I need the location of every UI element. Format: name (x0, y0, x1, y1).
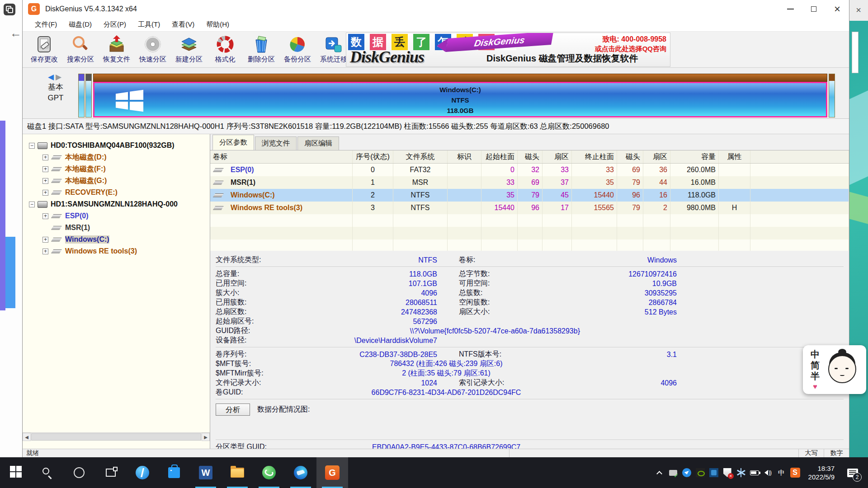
prev-disk-arrow[interactable]: ◀ (48, 73, 56, 81)
column-header-4[interactable]: 起始柱面 (481, 150, 518, 163)
expand-icon[interactable]: + (42, 190, 48, 196)
menu-item-0[interactable]: 文件(F) (29, 19, 63, 31)
partition-block-msr[interactable] (85, 74, 92, 117)
scroll-left-arrow[interactable]: ◀ (23, 433, 31, 441)
expand-icon[interactable]: + (42, 249, 48, 254)
tree-item-msr-1-[interactable]: MSR(1) (23, 222, 210, 234)
tab-1[interactable]: 浏览文件 (255, 136, 297, 150)
menu-item-3[interactable]: 工具(T) (132, 19, 166, 31)
table-row-windows-c-[interactable]: Windows(C:)2NTFS357945154409616118.0GB (210, 189, 849, 202)
column-header-0[interactable]: 卷标 (210, 150, 353, 163)
toolbar-button-newpart[interactable]: 新建分区 (171, 32, 207, 67)
tray-ime-zh-icon[interactable]: 中 (775, 464, 788, 482)
column-header-10[interactable]: 容量 (670, 150, 719, 163)
toolbar-button-delete[interactable]: 删除分区 (243, 32, 279, 67)
column-header-6[interactable]: 扇区 (542, 150, 572, 163)
tray-battery-icon[interactable] (748, 464, 761, 482)
tray-snowflake-icon[interactable] (734, 464, 748, 482)
taskbar-button-app-green[interactable] (253, 457, 285, 488)
taskbar-button-edge[interactable] (285, 457, 316, 488)
tree-item-recovery-e-[interactable]: +RECOVERY(E:) (23, 187, 210, 198)
ad-banner[interactable]: 数据丢了怎么办! DiskGenius 致电: 400-008-9958 或点击… (346, 33, 670, 67)
column-header-11[interactable]: 属性 (719, 150, 750, 163)
expand-icon[interactable]: + (42, 178, 48, 184)
back-arrow-icon[interactable]: ← (10, 26, 22, 40)
expand-icon[interactable]: + (42, 166, 48, 172)
tray-sogou-icon[interactable]: S (788, 464, 802, 482)
table-row-esp-0-[interactable]: ESP(0)0FAT3203233336936260.0MB (210, 164, 849, 176)
toolbar-button-backup[interactable]: 备份分区 (279, 32, 316, 67)
toolbar-button-search[interactable]: 搜索分区 (62, 32, 99, 67)
background-close-icon[interactable]: × (849, 0, 868, 21)
column-header-5[interactable]: 磁头 (518, 150, 542, 163)
toolbar-button-format[interactable]: 格式化 (207, 32, 243, 67)
tray-messenger-icon[interactable] (680, 464, 693, 482)
taskbar-button-app-blue[interactable] (127, 457, 158, 488)
menu-item-2[interactable]: 分区(P) (98, 19, 132, 31)
background-scrollbar[interactable] (852, 32, 859, 73)
tree-item-hd0-toshibamq04abf100-932gb-[interactable]: −HD0:TOSHIBAMQ04ABF100(932GB) (23, 140, 210, 151)
taskbar-clock[interactable]: 18:37 2022/5/9 (804, 464, 839, 481)
taskbar-button-store[interactable] (158, 457, 190, 488)
column-header-2[interactable]: 文件系统 (393, 150, 448, 163)
tree-item-windows-re-tools-3-[interactable]: +Windows RE tools(3) (23, 245, 210, 257)
table-row-msr-1-[interactable]: MSR(1)1MSR33693735794416.0MB (210, 176, 849, 189)
tree-item--d-[interactable]: +本地磁盘(D:) (23, 151, 210, 163)
taskbar-button-task-view[interactable] (95, 457, 127, 488)
column-header-9[interactable]: 扇区 (643, 150, 670, 163)
next-disk-arrow[interactable]: ▶ (56, 73, 63, 81)
collapse-icon[interactable]: − (29, 143, 35, 149)
tree-item-esp-0-[interactable]: +ESP(0) (23, 210, 210, 222)
close-button[interactable]: × (826, 0, 849, 18)
tray-intel-graphics-icon[interactable] (707, 464, 721, 482)
action-center-button[interactable]: 2 (841, 457, 864, 488)
expand-icon[interactable]: + (42, 155, 48, 160)
table-row-windows-re-tools-3-[interactable]: Windows RE tools(3)3NTFS1544096171556579… (210, 202, 849, 214)
partition-block-esp[interactable] (78, 74, 85, 117)
tree-horizontal-scrollbar[interactable]: ◀ ▶ (23, 432, 210, 441)
analyze-button[interactable]: 分析 (216, 404, 250, 416)
maximize-button[interactable] (802, 0, 826, 18)
tray-printer-status-icon[interactable]: ✓ (666, 464, 680, 482)
tree-item-windows-c-[interactable]: +Windows(C:) (23, 234, 210, 245)
column-header-8[interactable]: 磁头 (617, 150, 643, 163)
tree-item-hd1-samsungmznln128hahq-000[interactable]: −HD1:SAMSUNGMZNLN128HAHQ-000 (23, 198, 210, 210)
ime-status-chars[interactable]: 中简半♥ (806, 349, 825, 390)
toolbar-button-quick[interactable]: 快速分区 (135, 32, 171, 67)
partition-block-windows-c[interactable]: Windows(C:) NTFS 118.0GB (93, 74, 827, 117)
ime-mode-char[interactable]: 中 (811, 349, 820, 360)
ime-widget[interactable]: 中简半♥ (803, 345, 866, 394)
ime-mode-char[interactable]: 简 (811, 360, 820, 371)
expand-icon[interactable]: + (42, 213, 48, 219)
collapse-icon[interactable]: − (29, 202, 35, 207)
tree-item--f-[interactable]: +本地磁盘(F:) (23, 163, 210, 175)
taskbar-button-start[interactable] (0, 457, 32, 488)
column-header-3[interactable]: 标识 (448, 150, 481, 163)
taskbar-button-file-explorer[interactable] (222, 457, 253, 488)
scroll-right-arrow[interactable]: ▶ (202, 433, 210, 441)
taskbar-button-word[interactable]: W (190, 457, 222, 488)
ime-mode-char[interactable]: 半 (811, 371, 820, 381)
taskbar-button-search[interactable] (32, 457, 63, 488)
toolbar-button-recover[interactable]: 恢复文件 (99, 32, 135, 67)
partition-block-winre[interactable] (829, 74, 835, 117)
menu-item-1[interactable]: 磁盘(D) (63, 19, 98, 31)
column-header-1[interactable]: 序号(状态) (353, 150, 393, 163)
minimize-button[interactable] (778, 0, 802, 18)
tray-nvidia-icon[interactable] (693, 464, 707, 482)
menu-item-5[interactable]: 帮助(H) (200, 19, 235, 31)
taskbar-button-diskgenius[interactable]: G (316, 457, 348, 488)
tray-chevron-up-icon[interactable] (653, 464, 666, 482)
menu-item-4[interactable]: 查看(V) (166, 19, 200, 31)
heart-icon[interactable]: ♥ (813, 381, 817, 392)
column-header-7[interactable]: 终止柱面 (572, 150, 617, 163)
tray-volume-icon[interactable]: )) (761, 464, 775, 482)
toolbar-button-save[interactable]: 保存更改 (26, 32, 62, 67)
expand-icon[interactable]: + (42, 237, 48, 243)
tray-defender-shield-icon[interactable]: × (721, 464, 734, 482)
tab-0-active[interactable]: 分区参数 (212, 135, 254, 150)
tree-item--g-[interactable]: +本地磁盘(G:) (23, 175, 210, 187)
tab-2[interactable]: 扇区编辑 (297, 136, 339, 150)
scrollbar-thumb[interactable] (31, 433, 201, 441)
taskbar-button-cortana[interactable] (63, 457, 95, 488)
